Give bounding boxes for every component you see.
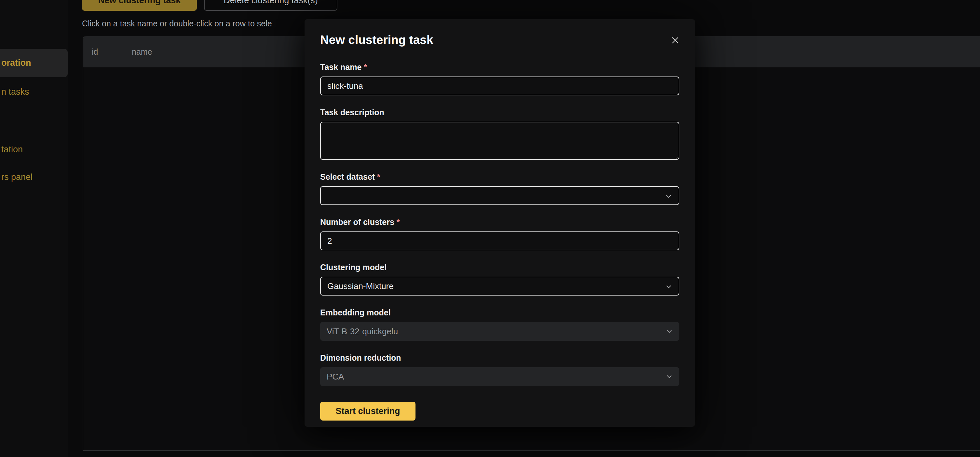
select-dataset-label: Select dataset *	[320, 172, 679, 181]
number-of-clusters-input[interactable]	[320, 231, 679, 250]
embedding-model-select[interactable]: ViT-B-32-quickgelu	[320, 322, 679, 341]
modal-title: New clustering task	[320, 33, 679, 47]
field-group-clustering-model: Clustering model Gaussian-Mixture	[320, 263, 679, 296]
chevron-down-icon	[665, 373, 673, 383]
sidebar: oration n tasks tation rs panel	[0, 0, 68, 457]
clustering-model-select[interactable]: Gaussian-Mixture	[320, 277, 679, 296]
table-hint-text: Click on a task name or double-click on …	[82, 19, 272, 28]
label-text: Task name	[320, 62, 361, 72]
new-clustering-task-button[interactable]: New clustering task	[82, 0, 197, 11]
label-text: Number of clusters	[320, 217, 395, 226]
dimension-reduction-select[interactable]: PCA	[320, 367, 679, 386]
sidebar-item-label: n tasks	[1, 87, 29, 97]
dataset-select[interactable]	[320, 186, 679, 205]
chevron-down-icon	[665, 327, 673, 338]
field-group-dataset: Select dataset *	[320, 172, 679, 205]
field-group-embedding-model: Embedding model ViT-B-32-quickgelu	[320, 308, 679, 341]
field-group-num-clusters: Number of clusters *	[320, 217, 679, 250]
dimension-reduction-label: Dimension reduction	[320, 353, 679, 362]
sidebar-item-label: rs panel	[1, 172, 33, 182]
field-group-dimension-reduction: Dimension reduction PCA	[320, 353, 679, 386]
delete-clustering-task-button[interactable]: Delete clustering task(s)	[204, 0, 337, 11]
dimension-reduction-select-value: PCA	[327, 372, 344, 382]
sidebar-item-exploration[interactable]: oration	[0, 49, 68, 77]
number-of-clusters-label: Number of clusters *	[320, 217, 679, 226]
task-description-textarea[interactable]	[320, 122, 679, 160]
task-name-input[interactable]	[320, 76, 679, 96]
required-asterisk: *	[364, 62, 367, 72]
new-clustering-task-modal: New clustering task Task name * Task des…	[305, 19, 695, 427]
embedding-model-label: Embedding model	[320, 308, 679, 317]
sidebar-item-tasks[interactable]: n tasks	[0, 78, 68, 106]
sidebar-item-label: tation	[1, 145, 23, 154]
sidebar-item-label: oration	[1, 58, 31, 68]
required-asterisk: *	[397, 217, 400, 226]
sidebar-item-users-panel[interactable]: rs panel	[0, 163, 68, 191]
chevron-down-icon	[664, 192, 673, 203]
field-group-task-description: Task description	[320, 108, 679, 160]
start-clustering-button[interactable]: Start clustering	[320, 402, 415, 420]
chevron-down-icon	[664, 282, 673, 293]
field-group-task-name: Task name *	[320, 62, 679, 96]
sidebar-item-tation[interactable]: tation	[0, 135, 68, 164]
column-header-id: id	[92, 47, 132, 57]
label-text: Select dataset	[320, 172, 375, 181]
column-header-name: name	[132, 47, 152, 57]
clustering-model-select-value: Gaussian-Mixture	[327, 281, 394, 291]
required-asterisk: *	[377, 172, 380, 181]
clustering-model-label: Clustering model	[320, 263, 679, 272]
embedding-model-select-value: ViT-B-32-quickgelu	[327, 326, 398, 336]
close-icon[interactable]	[670, 35, 680, 45]
task-name-label: Task name *	[320, 62, 679, 72]
task-description-label: Task description	[320, 108, 679, 117]
